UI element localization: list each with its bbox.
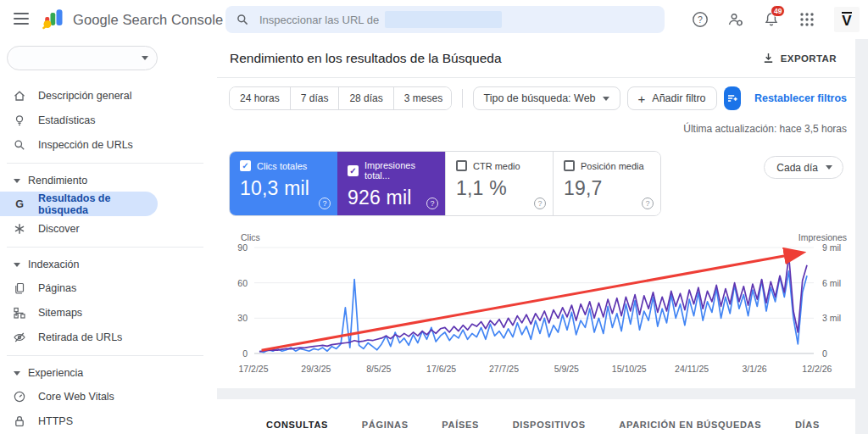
x-axis-tick: 15/10/25 xyxy=(609,364,648,374)
search-placeholder: Inspeccionar las URL de xyxy=(259,14,379,26)
bulb-icon xyxy=(13,114,26,127)
x-axis-tick: 12/2/26 xyxy=(798,364,837,374)
metric-card-clics-totales[interactable]: ✓Clics totales10,3 mil? xyxy=(230,152,337,215)
sidebar-item-paginas[interactable]: Páginas xyxy=(0,275,158,300)
sidebar-section-rendimiento[interactable]: Rendimiento xyxy=(0,170,217,192)
metric-label: Posición media xyxy=(581,161,644,171)
sidebar-item-descripcion-general[interactable]: Descripción general xyxy=(0,83,158,108)
sidebar-divider xyxy=(7,355,203,356)
sidebar-item-retirada-de-urls[interactable]: Retirada de URLs xyxy=(0,325,158,349)
right-axis-title: Impresiones xyxy=(798,232,847,242)
checkbox-checked-icon[interactable]: ✓ xyxy=(348,165,359,176)
svg-text:?: ? xyxy=(698,14,703,25)
sidebar-item-label: Estadísticas xyxy=(38,114,95,126)
property-selector[interactable] xyxy=(7,46,158,70)
right-axis-tick: 6 mil xyxy=(822,278,856,288)
checkbox-unchecked-icon[interactable] xyxy=(456,160,467,171)
date-range-28-dias[interactable]: 28 días xyxy=(339,87,393,109)
performance-chart: Clics Impresiones 17/2/2529/3/258/5/2517… xyxy=(217,230,855,387)
search-console-logo-icon xyxy=(41,7,66,32)
sidebar-section-experiencia[interactable]: Experiencia xyxy=(0,362,217,384)
sidebar-divider xyxy=(7,247,203,248)
tab-paginas[interactable]: PÁGINAS xyxy=(362,420,409,430)
left-axis-tick: 60 xyxy=(222,278,248,288)
sidebar-section-label: Indexación xyxy=(28,259,79,270)
asterisk-icon xyxy=(13,222,26,236)
sidebar-item-label: Core Web Vitals xyxy=(38,391,114,403)
avatar[interactable]: V xyxy=(834,7,860,32)
date-range-group: 24 horas7 días28 días3 meses12 meses xyxy=(229,86,452,110)
redacted-property-name xyxy=(385,11,502,28)
metric-label-row: Posición media xyxy=(564,160,652,171)
help-icon[interactable]: ? xyxy=(426,198,438,209)
add-filter-button[interactable]: + Añadir filtro xyxy=(627,86,717,110)
filter-settings-button[interactable] xyxy=(724,86,741,110)
checkbox-unchecked-icon[interactable] xyxy=(564,160,575,171)
metric-label-row: ✓Impresiones total... xyxy=(348,160,437,181)
sidebar-item-label: Inspección de URLs xyxy=(38,139,133,151)
sidebar-item-estadisticas[interactable]: Estadísticas xyxy=(0,108,158,132)
menu-icon[interactable] xyxy=(14,13,29,28)
x-axis-tick: 29/3/25 xyxy=(297,364,336,374)
help-icon[interactable]: ? xyxy=(692,11,709,28)
x-axis-tick: 27/7/25 xyxy=(485,364,524,374)
notifications-bell-icon[interactable]: 49 xyxy=(763,11,780,28)
tab-consultas[interactable]: CONSULTAS xyxy=(266,420,328,430)
metric-label: CTR medio xyxy=(473,161,520,171)
sidebar-item-resultados-de-busqueda[interactable]: GResultados de búsqueda xyxy=(0,192,158,216)
metric-label-row: ✓Clics totales xyxy=(240,160,329,171)
sidebar-item-label: Descripción general xyxy=(38,90,131,102)
divider xyxy=(462,89,463,108)
g-icon: G xyxy=(13,198,26,211)
right-axis-tick: 3 mil xyxy=(822,313,856,323)
metric-card-posicion-media[interactable]: Posición media19,7? xyxy=(553,152,660,215)
metric-value: 10,3 mil xyxy=(240,177,329,200)
tab-paises[interactable]: PAÍSES xyxy=(442,420,479,430)
sidebar-item-sitemaps[interactable]: Sitemaps xyxy=(0,300,158,325)
app-logo[interactable]: Google Search Console xyxy=(41,7,223,32)
sidebar-section-indexacion[interactable]: Indexación xyxy=(0,253,217,275)
sidebar-section-label: Rendimiento xyxy=(28,175,87,186)
section-gap xyxy=(217,388,855,399)
granularity-select[interactable]: Cada día xyxy=(764,156,843,179)
x-axis-tick: 5/9/25 xyxy=(547,364,586,374)
performance-chart-svg[interactable] xyxy=(254,245,814,357)
page-title: Rendimiento en los resultados de la Búsq… xyxy=(230,51,502,66)
help-icon[interactable]: ? xyxy=(534,198,546,209)
metric-cards: ✓Clics totales10,3 mil?✓Impresiones tota… xyxy=(229,151,661,216)
plus-icon: + xyxy=(638,92,646,105)
reset-filters-link[interactable]: Restablecer filtros xyxy=(754,92,847,104)
sidebar-item-core-web-vitals[interactable]: Core Web Vitals xyxy=(0,384,158,409)
sidebar-item-label: Páginas xyxy=(38,282,76,294)
chevron-down-icon xyxy=(603,97,609,101)
url-inspection-search[interactable]: Inspeccionar las URL de xyxy=(225,6,665,33)
sidebar-item-https[interactable]: HTTPS xyxy=(0,409,158,433)
metric-card-impresiones-total[interactable]: ✓Impresiones total...926 mil? xyxy=(337,152,445,215)
export-button[interactable]: EXPORTAR xyxy=(762,52,837,64)
search-icon xyxy=(13,138,26,152)
checkbox-checked-icon[interactable]: ✓ xyxy=(240,160,251,171)
dimensions-card: CONSULTASPÁGINASPAÍSESDISPOSITIVOSAPARIC… xyxy=(217,399,855,434)
filter-bar: 24 horas7 días28 días3 meses12 meses Tip… xyxy=(229,86,847,110)
metric-label: Impresiones total... xyxy=(364,160,437,181)
lock-icon xyxy=(13,415,26,428)
account-settings-icon[interactable] xyxy=(727,11,744,28)
date-range-24-horas[interactable]: 24 horas xyxy=(230,87,291,109)
search-type-filter[interactable]: Tipo de búsqueda: Web xyxy=(473,86,620,110)
sidebar: Descripción generalEstadísticasInspecció… xyxy=(0,39,217,434)
help-icon[interactable]: ? xyxy=(642,198,654,209)
date-range-7-dias[interactable]: 7 días xyxy=(291,87,340,109)
metric-card-ctr-medio[interactable]: CTR medio1,1 %? xyxy=(445,152,553,215)
date-range-3-meses[interactable]: 3 meses xyxy=(394,87,452,109)
tab-aparicion-en-busquedas[interactable]: APARICIÓN EN BÚSQUEDAS xyxy=(619,420,761,430)
tab-dias[interactable]: DÍAS xyxy=(795,420,820,430)
google-apps-grid-icon[interactable] xyxy=(798,11,815,28)
metric-value: 1,1 % xyxy=(456,177,544,200)
help-icon[interactable]: ? xyxy=(319,198,331,209)
x-axis-tick: 3/1/26 xyxy=(735,364,774,374)
sidebar-item-discover[interactable]: Discover xyxy=(0,216,158,241)
home-icon xyxy=(13,89,26,103)
sidebar-item-inspeccion-de-urls[interactable]: Inspección de URLs xyxy=(0,132,158,157)
tab-dispositivos[interactable]: DISPOSITIVOS xyxy=(513,420,586,430)
left-axis-tick: 0 xyxy=(222,348,248,359)
